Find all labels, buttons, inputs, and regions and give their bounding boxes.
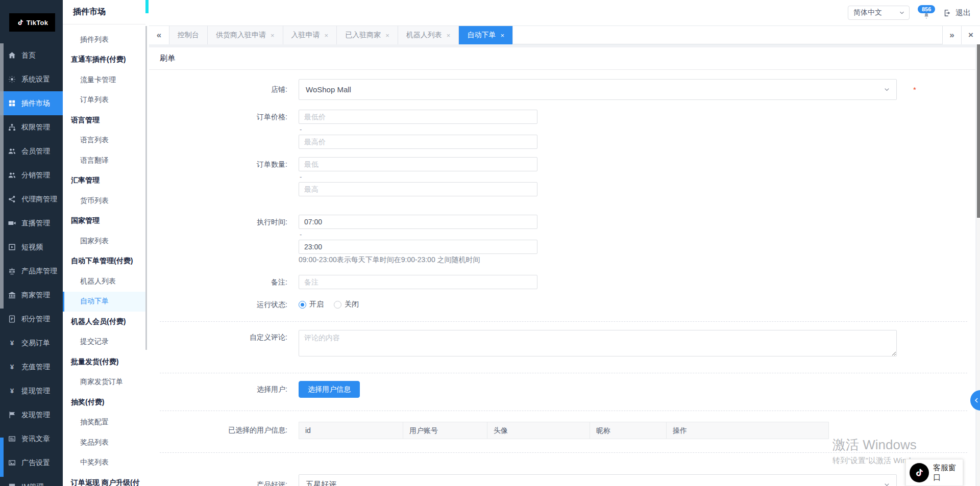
submenu-item[interactable]: 抽奖配置 [63, 413, 145, 433]
submenu-item[interactable]: 货币列表 [63, 191, 145, 211]
sidebar-item[interactable]: 会员管理 [0, 139, 63, 163]
submenu-item[interactable]: 自动下单管理(付费) [63, 251, 145, 272]
submenu-item-label: 商家发货订单 [80, 377, 123, 387]
submenu-item[interactable]: 语言列表 [63, 131, 145, 151]
submenu-item-label: 插件列表 [80, 35, 109, 44]
submenu-item[interactable]: 语言管理 [63, 110, 145, 131]
submenu-item[interactable]: 商家发货订单 [63, 372, 145, 393]
chevron-down-icon [884, 481, 890, 486]
tab-close-icon[interactable]: × [325, 32, 329, 39]
tab[interactable]: 供货商入驻申请 × [208, 26, 283, 44]
submenu-item[interactable]: 国家管理 [63, 211, 145, 232]
sidebar-item[interactable]: 插件市场 [0, 91, 63, 115]
submenu-item[interactable]: 流量卡管理 [63, 70, 145, 90]
tab[interactable]: 机器人列表 × [398, 26, 459, 44]
submenu-item-label: 自动下单 [80, 297, 109, 306]
quantity-min-input[interactable] [299, 157, 537, 171]
submenu-item[interactable]: 直通车插件(付费) [63, 50, 145, 70]
submenu-item[interactable]: 中奖列表 [63, 453, 145, 473]
table-header-cell: 头像 [487, 422, 590, 439]
submenu-item[interactable]: 提交记录 [63, 332, 145, 352]
sidebar-item[interactable]: 资讯文章 [0, 427, 63, 451]
time-start-input[interactable] [299, 215, 537, 229]
sidebar-item[interactable]: 分销管理 [0, 163, 63, 187]
tab[interactable]: 自动下单 × [459, 26, 513, 44]
submenu-item[interactable]: 批量发货(付费) [63, 352, 145, 372]
submenu-panel: 插件市场 插件列表 直通车插件(付费) 流量卡管理 订单列表 语言管理 语言列表… [63, 0, 145, 486]
tab-label: 自动下单 [467, 31, 496, 40]
submenu-scrollbar-accent[interactable] [145, 0, 149, 13]
page-scrollbar-thumb[interactable] [977, 44, 980, 218]
sidebar-scrollbar-thumb[interactable] [0, 43, 4, 309]
price-min-input[interactable] [299, 110, 537, 124]
logout-button[interactable]: 退出 [943, 8, 971, 18]
submenu-item[interactable]: 插件列表 [63, 30, 145, 50]
submenu-item[interactable]: 奖品列表 [63, 432, 145, 453]
sidebar-item[interactable]: 代理商管理 [0, 187, 63, 211]
sidebar-item[interactable]: ¥ 交易订单 [0, 331, 63, 355]
submenu-item[interactable]: 语言翻译 [63, 150, 145, 171]
comment-textarea[interactable] [299, 330, 897, 356]
language-select[interactable]: 简体中文 [848, 6, 910, 20]
submenu-item[interactable]: 订单返现 商户升级(付 [63, 473, 145, 486]
submenu-list: 插件列表 直通车插件(付费) 流量卡管理 订单列表 语言管理 语言列表 语言翻译… [63, 30, 145, 486]
notification-area[interactable]: 856 [918, 4, 935, 21]
submenu-item[interactable]: 订单列表 [63, 90, 145, 111]
tab-close-icon[interactable]: × [447, 32, 451, 39]
notification-count-badge[interactable]: 856 [918, 5, 935, 13]
radio-option[interactable]: 关闭 [334, 300, 359, 309]
sidebar-item[interactable]: 首页 [0, 43, 63, 67]
sidebar-item[interactable]: 商家管理 [0, 283, 63, 307]
submenu-item[interactable]: 汇率管理 [63, 171, 145, 191]
sidebar-item-label: 系统设置 [21, 75, 50, 84]
tabs-scroll-left-button[interactable]: « [149, 26, 169, 44]
tab[interactable]: 入驻申请 × [283, 26, 337, 44]
tab-label: 入驻申请 [291, 31, 320, 40]
submenu-item-label: 语言翻译 [80, 156, 109, 165]
submenu-item[interactable]: 抽奖(付费) [63, 392, 145, 413]
select-user-label: 选择用户: [149, 381, 287, 398]
tabs-close-all-button[interactable]: × [961, 26, 980, 44]
quantity-max-input[interactable] [299, 182, 537, 196]
submenu-item[interactable]: 机器人列表 [63, 271, 145, 292]
select-user-info-button[interactable]: 选择用户信息 [299, 381, 360, 398]
sidebar-item-label: 交易订单 [21, 339, 50, 348]
submenu-scrollbar-thumb[interactable] [145, 26, 147, 350]
submenu-item[interactable]: 机器人会员(付费) [63, 312, 145, 332]
app-logo[interactable]: TikTok [9, 13, 55, 32]
tab[interactable]: 控制台 [169, 26, 208, 44]
product-rating-select[interactable]: 五星好评 [299, 474, 897, 486]
shop-select[interactable]: WoShop Mall [299, 79, 897, 100]
submenu-item[interactable]: 国家列表 [63, 231, 145, 251]
sidebar-item[interactable]: P 积分管理 [0, 307, 63, 331]
tab-close-icon[interactable]: × [500, 32, 504, 39]
customer-service-button[interactable]: 客服窗口 [905, 459, 963, 486]
sidebar-item[interactable]: ¥ 充值管理 [0, 355, 63, 379]
tab-close-icon[interactable]: × [271, 32, 275, 39]
submenu-item-label: 批量发货(付费) [71, 357, 118, 367]
sidebar-item[interactable]: 发现管理 [0, 403, 63, 427]
sidebar-item[interactable]: 短视频 [0, 235, 63, 259]
time-end-input[interactable] [299, 240, 537, 254]
submenu-item-label: 机器人列表 [80, 277, 116, 286]
sidebar-item[interactable]: 产品库管理 [0, 259, 63, 283]
tab[interactable]: 已入驻商家 × [337, 26, 398, 44]
image-icon [8, 458, 16, 467]
remark-label: 备注: [149, 275, 287, 289]
sidebar-item[interactable]: IM管理 [0, 475, 63, 486]
sidebar-item[interactable]: 权限管理 [0, 115, 63, 139]
radio-option[interactable]: 开启 [299, 300, 324, 309]
radio-label: 开启 [309, 300, 324, 309]
submenu-item-label: 提交记录 [80, 337, 109, 346]
sidebar-item[interactable]: 广告设置 [0, 451, 63, 475]
sidebar-item[interactable]: 直播管理 [0, 211, 63, 235]
tab-close-icon[interactable]: × [385, 32, 389, 39]
tabs-scroll-right-button[interactable]: » [942, 26, 961, 44]
sidebar-item[interactable]: 系统设置 [0, 67, 63, 91]
submenu-item[interactable]: 自动下单 [63, 292, 145, 312]
sidebar-item[interactable]: ¥ 提现管理 [0, 379, 63, 403]
run-status-label: 运行状态: [149, 300, 287, 309]
price-max-input[interactable] [299, 135, 537, 149]
sidebar-item-label: 提现管理 [21, 387, 50, 396]
remark-input[interactable] [299, 275, 537, 289]
